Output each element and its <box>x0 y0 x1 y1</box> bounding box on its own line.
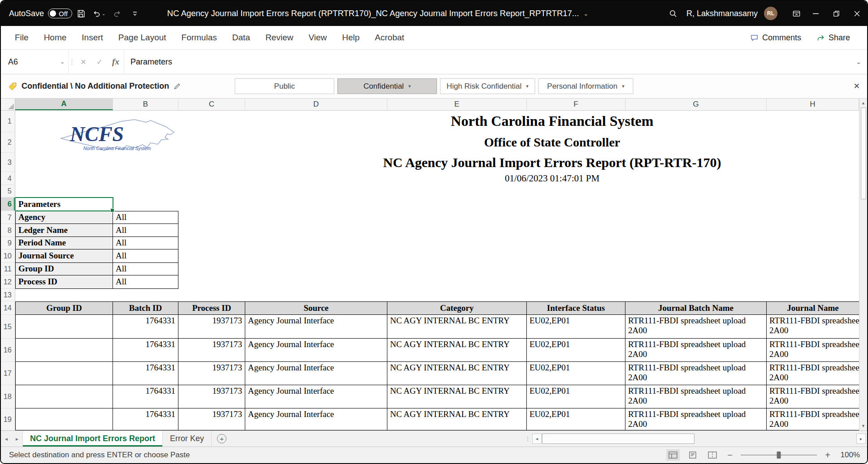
scroll-down-icon[interactable]: ▼ <box>859 421 867 430</box>
table-header-cell[interactable]: Group ID <box>15 301 113 315</box>
table-cell[interactable]: EU02,EP01 <box>527 385 625 408</box>
row-header-10[interactable]: 10 <box>1 249 15 263</box>
table-cell[interactable]: EU02,EP01 <box>527 362 625 385</box>
row-header-1[interactable]: 1 <box>1 111 15 132</box>
formula-input[interactable]: Parameters <box>124 50 850 74</box>
param-label-cell[interactable]: Period Name <box>15 237 113 249</box>
close-button[interactable] <box>846 1 867 26</box>
new-sheet-button[interactable]: + <box>217 431 226 447</box>
table-header-cell[interactable]: Category <box>387 301 527 315</box>
row-header-11[interactable]: 11 <box>1 263 15 275</box>
table-cell[interactable]: RTR111-FBDI spreadsheet upload 2A00 <box>625 408 767 430</box>
table-cell[interactable]: NC AGY INTERNAL BC ENTRY <box>387 408 527 430</box>
table-header-cell[interactable]: Process ID <box>178 301 245 315</box>
table-header-cell[interactable]: Journal Batch Name <box>625 301 767 315</box>
quick-access-menu-icon[interactable] <box>126 4 144 22</box>
insert-function-icon[interactable]: fx <box>108 50 124 74</box>
table-header-cell[interactable]: Source <box>245 301 387 315</box>
table-cell[interactable]: 1764331 <box>113 385 178 408</box>
vertical-scrollbar[interactable]: ▲ ▼ <box>859 99 867 430</box>
ribbon-tab-page-layout[interactable]: Page Layout <box>111 26 174 49</box>
column-header-H[interactable]: H <box>767 99 859 110</box>
row-header-4[interactable]: 4 <box>1 172 15 185</box>
row-header-6[interactable]: 6 <box>1 198 15 211</box>
column-header-E[interactable]: E <box>387 99 527 110</box>
param-label-cell[interactable]: Group ID <box>15 263 113 275</box>
param-value-cell[interactable]: All <box>113 263 178 275</box>
name-box[interactable]: A6 ⌄ <box>1 50 68 74</box>
column-header-G[interactable]: G <box>625 99 767 110</box>
sheet-tab-nc-journal-import-errors-report[interactable]: NC Journal Import Errors Report <box>22 431 163 447</box>
param-value-cell[interactable]: All <box>113 275 178 289</box>
table-cell[interactable]: RTR111-FBDI spreadsheet upload 2A00 <box>767 362 859 385</box>
zoom-level[interactable]: 100% <box>838 451 860 460</box>
ribbon-tab-data[interactable]: Data <box>225 26 258 49</box>
sensitivity-close-icon[interactable]: ✕ <box>854 82 860 91</box>
sensitivity-personal-button[interactable]: Personal Information ▾ <box>538 78 634 94</box>
ribbon-tab-file[interactable]: File <box>7 26 36 49</box>
table-header-cell[interactable]: Journal Name <box>767 301 859 315</box>
table-cell[interactable]: Agency Journal Interface <box>245 362 387 385</box>
ribbon-tab-view[interactable]: View <box>301 26 334 49</box>
table-cell[interactable]: 1937173 <box>178 315 245 339</box>
table-cell[interactable]: EU02,EP01 <box>527 315 625 339</box>
table-cell[interactable]: NC AGY INTERNAL BC ENTRY <box>387 315 527 339</box>
zoom-in-icon[interactable]: + <box>823 450 832 460</box>
row-header-9[interactable]: 9 <box>1 237 15 249</box>
cancel-entry-icon[interactable]: ✕ <box>75 50 91 74</box>
avatar[interactable]: RL <box>764 7 777 20</box>
ribbon-tab-insert[interactable]: Insert <box>74 26 111 49</box>
column-header-A[interactable]: A <box>15 99 113 110</box>
share-button[interactable]: Share <box>811 30 855 45</box>
confirm-entry-icon[interactable]: ✓ <box>91 50 108 74</box>
row-header-14[interactable]: 14 <box>1 301 15 315</box>
row-header-5[interactable]: 5 <box>1 185 15 198</box>
table-cell[interactable] <box>15 315 113 339</box>
table-header-cell[interactable]: Interface Status <box>527 301 625 315</box>
table-cell[interactable]: RTR111-FBDI spreadsheet upload 2A00 <box>625 385 767 408</box>
table-cell[interactable]: RTR111-FBDI spreadsheet upload 2A00 <box>767 408 859 430</box>
ribbon-tab-home[interactable]: Home <box>36 26 74 49</box>
select-all-corner[interactable] <box>1 99 15 111</box>
sensitivity-confidential-button[interactable]: Confidential ▾ <box>338 78 437 94</box>
table-header-cell[interactable]: Batch ID <box>113 301 178 315</box>
table-cell[interactable]: 1764331 <box>113 408 178 430</box>
table-cell[interactable]: RTR111-FBDI spreadsheet upload 2A00 <box>625 315 767 339</box>
page-break-view-icon[interactable] <box>706 449 719 461</box>
hscroll-right-icon[interactable]: ▸ <box>856 434 866 444</box>
table-cell[interactable]: Agency Journal Interface <box>245 385 387 408</box>
column-header-F[interactable]: F <box>527 99 625 110</box>
param-label-cell[interactable]: Journal Source <box>15 249 113 263</box>
row-header-2[interactable]: 2 <box>1 132 15 153</box>
scroll-up-icon[interactable]: ▲ <box>859 99 867 107</box>
normal-view-icon[interactable] <box>666 449 680 461</box>
edit-sensitivity-icon[interactable] <box>174 82 181 90</box>
column-header-D[interactable]: D <box>245 99 387 110</box>
table-cell[interactable]: RTR111-FBDI spreadsheet upload 2A00 <box>767 385 859 408</box>
table-cell[interactable]: 1937173 <box>178 385 245 408</box>
redo-icon[interactable] <box>108 4 126 22</box>
table-cell[interactable] <box>15 362 113 385</box>
zoom-out-icon[interactable]: − <box>725 450 734 460</box>
table-cell[interactable]: Agency Journal Interface <box>245 315 387 339</box>
horizontal-scroll-thumb[interactable] <box>542 434 694 444</box>
param-label-cell[interactable]: Process ID <box>15 275 113 289</box>
page-layout-view-icon[interactable] <box>686 449 699 461</box>
hscroll-left-icon[interactable]: ◂ <box>532 434 542 444</box>
column-header-B[interactable]: B <box>113 99 178 110</box>
row-header-16[interactable]: 16 <box>1 339 15 362</box>
sheet-nav-left-icon[interactable]: ◂ <box>1 431 12 447</box>
undo-icon[interactable]: ⌄ <box>90 4 108 22</box>
ribbon-tab-formulas[interactable]: Formulas <box>174 26 225 49</box>
zoom-slider-thumb[interactable] <box>777 451 781 459</box>
minimize-button[interactable] <box>805 1 826 26</box>
table-cell[interactable]: 1937173 <box>178 362 245 385</box>
cell-a6-parameters[interactable]: Parameters <box>15 198 113 211</box>
table-cell[interactable]: 1764331 <box>113 339 178 362</box>
table-cell[interactable]: 1764331 <box>113 315 178 339</box>
row-header-15[interactable]: 15 <box>1 315 15 339</box>
user-name[interactable]: R, Lakshmanasamy <box>686 9 758 18</box>
ribbon-display-options-icon[interactable] <box>787 4 805 22</box>
ribbon-tab-help[interactable]: Help <box>334 26 367 49</box>
row-header-17[interactable]: 17 <box>1 362 15 385</box>
